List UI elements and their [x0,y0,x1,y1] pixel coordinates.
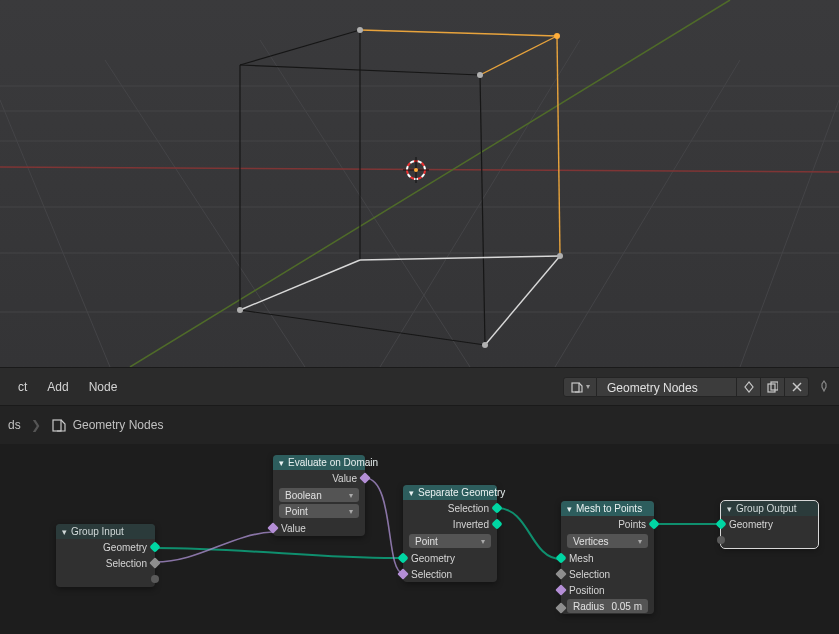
svg-line-17 [240,310,485,345]
node-editor-header: ct Add Node ▾ Geometry Nodes [0,367,839,406]
nodegroup-name-field[interactable]: Geometry Nodes [597,377,737,397]
socket-selection-in[interactable] [555,568,566,579]
socket-mesh-in[interactable] [555,552,566,563]
socket-label: Geometry [103,542,147,553]
svg-line-15 [240,30,360,65]
socket-label: Points [618,519,646,530]
socket-label: Selection [569,569,610,580]
socket-label: Geometry [729,519,773,530]
svg-rect-37 [572,383,579,392]
breadcrumb-item[interactable]: ds [8,418,21,432]
socket-label: Selection [106,558,147,569]
socket-value-out[interactable] [359,472,370,483]
socket-label: Value [332,473,357,484]
cube-wireframe [237,27,563,348]
svg-point-29 [237,307,243,313]
chevron-right-icon: ❯ [31,418,41,432]
node-title: Group Input [71,526,124,537]
duplicate-nodegroup-button[interactable] [761,377,785,397]
socket-selection[interactable] [149,557,160,568]
breadcrumb-item[interactable]: Geometry Nodes [73,418,164,432]
node-title: Separate Geometry [418,487,505,498]
socket-selection-out[interactable] [491,502,502,513]
socket-points-out[interactable] [648,518,659,529]
socket-label: Selection [411,569,452,580]
node-mesh-to-points[interactable]: ▾Mesh to Points Points Vertices▾ Mesh Se… [561,501,654,614]
dropdown-domain[interactable]: Point▾ [279,504,359,518]
node-editor-canvas[interactable]: ▾Group Input Geometry Selection ▾Evaluat… [0,444,839,634]
svg-line-22 [485,256,560,345]
unlink-nodegroup-button[interactable] [785,377,809,397]
svg-rect-42 [53,420,61,431]
socket-virtual[interactable] [717,536,725,544]
node-separate-geometry[interactable]: ▾Separate Geometry Selection Inverted Po… [403,485,497,582]
cursor-3d [403,157,429,183]
socket-label: Inverted [453,519,489,530]
breadcrumb: ds ❯ Geometry Nodes [0,406,839,444]
svg-point-27 [554,33,560,39]
dropdown-mode[interactable]: Vertices▾ [567,534,648,548]
socket-position-in[interactable] [555,584,566,595]
node-title: Mesh to Points [576,503,642,514]
menu-select[interactable]: ct [8,376,37,398]
svg-line-23 [360,30,557,36]
svg-line-24 [480,36,557,75]
chevron-down-icon: ▾ [567,504,572,514]
menu-add[interactable]: Add [37,376,78,398]
pin-button[interactable] [817,379,831,395]
chevron-down-icon: ▾ [727,504,732,514]
viewport-grid [0,0,839,367]
datablock-selector: ▾ Geometry Nodes [563,377,831,397]
dropdown-data-type[interactable]: Boolean▾ [279,488,359,502]
socket-label: Value [281,523,306,534]
svg-point-26 [357,27,363,33]
node-group-output[interactable]: ▾Group Output Geometry [721,501,818,548]
socket-geometry[interactable] [149,541,160,552]
svg-line-6 [0,100,110,367]
socket-label: Selection [448,503,489,514]
socket-label: Geometry [411,553,455,564]
socket-label: Position [569,585,605,596]
svg-line-25 [557,36,560,256]
svg-point-36 [414,168,418,172]
socket-geometry-in[interactable] [715,518,726,529]
socket-inverted-out[interactable] [491,518,502,529]
fake-user-button[interactable] [737,377,761,397]
viewport-3d[interactable] [0,0,839,367]
svg-line-18 [480,75,485,345]
svg-line-20 [240,260,360,310]
browse-nodegroup-button[interactable]: ▾ [563,377,597,397]
chevron-down-icon: ▾ [409,488,414,498]
svg-line-21 [360,256,560,260]
field-radius[interactable]: Radius0.05 m [567,599,648,613]
socket-radius-in[interactable] [555,602,566,613]
node-group-input[interactable]: ▾Group Input Geometry Selection [56,524,155,587]
socket-value-in[interactable] [267,522,278,533]
svg-point-28 [477,72,483,78]
node-title: Group Output [736,503,797,514]
svg-point-31 [557,253,563,259]
svg-line-10 [555,60,740,367]
chevron-down-icon: ▾ [279,458,284,468]
node-title: Evaluate on Domain [288,457,378,468]
menu-node[interactable]: Node [79,376,128,398]
dropdown-domain[interactable]: Point▾ [409,534,491,548]
socket-virtual[interactable] [151,575,159,583]
socket-geometry-in[interactable] [397,552,408,563]
node-evaluate-on-domain[interactable]: ▾Evaluate on Domain Value Boolean▾ Point… [273,455,365,536]
socket-selection-in[interactable] [397,568,408,579]
chevron-down-icon: ▾ [62,527,67,537]
svg-line-11 [740,100,839,367]
svg-point-30 [482,342,488,348]
socket-label: Mesh [569,553,593,564]
